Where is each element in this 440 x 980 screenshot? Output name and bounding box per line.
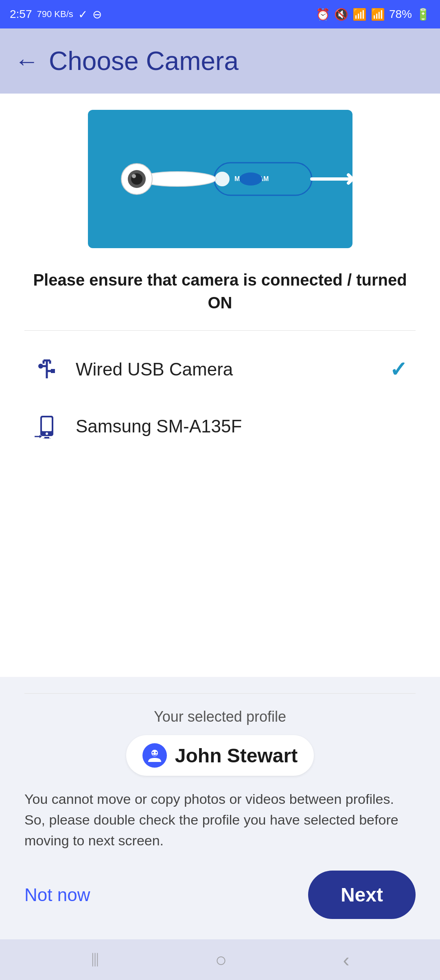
app-bar: ← Choose Camera xyxy=(0,28,440,94)
svg-point-7 xyxy=(132,174,136,178)
svg-point-29 xyxy=(155,752,157,753)
signal-icon: 📶 xyxy=(371,8,385,21)
profile-label: Your selected profile xyxy=(24,708,416,725)
home-icon[interactable]: ○ xyxy=(215,949,227,971)
svg-rect-22 xyxy=(44,437,49,439)
main-content: MouthCAM Please ensure that camera is co… xyxy=(0,94,440,939)
action-row: Not now Next xyxy=(24,871,416,927)
divider-bottom xyxy=(24,693,416,694)
camera-image-box: MouthCAM xyxy=(88,110,352,248)
camera-list: Wired USB Camera ✓ xyxy=(24,343,416,453)
svg-rect-16 xyxy=(51,369,55,373)
not-now-button[interactable]: Not now xyxy=(24,885,90,905)
usb-icon xyxy=(33,355,61,384)
back-button[interactable]: ← xyxy=(15,47,39,75)
battery: 78% xyxy=(389,8,412,21)
bottom-section: Your selected profile John Stewart You c… xyxy=(0,677,440,939)
svg-point-24 xyxy=(46,432,48,435)
phone-icon xyxy=(33,412,61,441)
svg-rect-21 xyxy=(42,417,52,431)
alarm-icon: ⏰ xyxy=(316,8,330,21)
back-nav-icon[interactable]: ‹ xyxy=(343,949,350,971)
check-icon: ✓ xyxy=(78,8,88,21)
svg-point-28 xyxy=(152,752,154,753)
mute-icon: 🔇 xyxy=(334,8,348,21)
time: 2:57 xyxy=(10,8,32,21)
camera-item-samsung[interactable]: Samsung SM-A135F xyxy=(24,400,416,453)
battery-icon: 🔋 xyxy=(416,8,430,21)
avatar xyxy=(142,743,167,768)
nav-bar: ⫴ ○ ‹ xyxy=(0,939,440,980)
divider-top xyxy=(24,330,416,331)
recent-apps-icon[interactable]: ⫴ xyxy=(91,948,99,971)
status-bar: 2:57 790 KB/s ✓ ⊖ ⏰ 🔇 📶 📶 78% 🔋 xyxy=(0,0,440,28)
wired-usb-camera-label: Wired USB Camera xyxy=(76,359,390,380)
samsung-camera-label: Samsung SM-A135F xyxy=(76,416,407,437)
profile-chip[interactable]: John Stewart xyxy=(126,735,314,776)
camera-item-wired[interactable]: Wired USB Camera ✓ xyxy=(24,343,416,396)
sim-icon: ⊖ xyxy=(92,8,102,21)
status-right: ⏰ 🔇 📶 📶 78% 🔋 xyxy=(316,8,430,21)
content-spacer xyxy=(24,453,416,677)
camera-image-container: MouthCAM xyxy=(24,110,416,248)
page-title: Choose Camera xyxy=(49,46,239,76)
status-left: 2:57 790 KB/s ✓ ⊖ xyxy=(10,8,102,21)
svg-point-8 xyxy=(239,172,262,186)
warning-text: You cannot move or copy photos or videos… xyxy=(24,789,416,851)
speed: 790 KB/s xyxy=(37,9,73,20)
notice-text: Please ensure that camera is connected /… xyxy=(24,268,416,314)
svg-point-1 xyxy=(215,172,230,186)
svg-point-15 xyxy=(38,364,43,369)
next-button[interactable]: Next xyxy=(308,871,416,919)
camera-illustration: MouthCAM xyxy=(88,110,352,248)
wifi-icon: 📶 xyxy=(352,8,367,21)
selected-checkmark: ✓ xyxy=(390,357,407,382)
profile-name: John Stewart xyxy=(175,744,298,767)
